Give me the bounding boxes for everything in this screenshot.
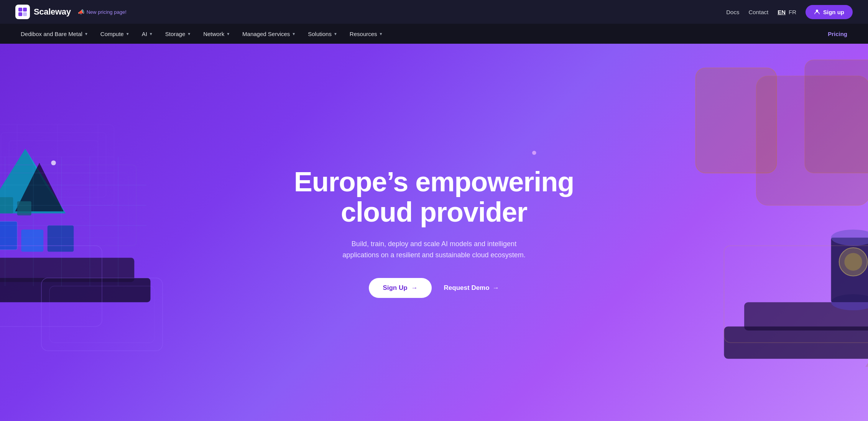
user-icon bbox=[814, 9, 820, 15]
nav-item-storage[interactable]: Storage ▼ bbox=[160, 24, 196, 44]
hero-signup-arrow: → bbox=[411, 284, 418, 292]
hero-signup-button[interactable]: Sign Up → bbox=[369, 278, 431, 298]
svg-rect-21 bbox=[48, 225, 74, 252]
nav-item-pricing[interactable]: Pricing bbox=[822, 24, 853, 44]
chevron-down-icon: ▼ bbox=[226, 32, 230, 36]
hero-subtitle: Build, train, deploy and scale AI models… bbox=[334, 238, 534, 261]
topbar: Scaleway 📣 New pricing page! Docs Contac… bbox=[0, 0, 868, 24]
svg-point-36 bbox=[51, 160, 56, 165]
nav-item-solutions[interactable]: Solutions ▼ bbox=[302, 24, 343, 44]
svg-rect-2 bbox=[18, 12, 22, 16]
chevron-down-icon: ▼ bbox=[149, 32, 153, 36]
svg-point-35 bbox=[844, 253, 862, 271]
topbar-right: Docs Contact EN FR Sign up bbox=[726, 5, 853, 19]
hero-title: Europe’s empowering cloud provider bbox=[288, 167, 580, 227]
chevron-down-icon: ▼ bbox=[379, 32, 383, 36]
chevron-down-icon: ▼ bbox=[84, 32, 88, 36]
topbar-signup-label: Sign up bbox=[823, 9, 844, 15]
topbar-left: Scaleway 📣 New pricing page! bbox=[15, 5, 127, 19]
chevron-down-icon: ▼ bbox=[126, 32, 130, 36]
lang-en-button[interactable]: EN bbox=[778, 9, 786, 15]
logo-text: Scaleway bbox=[34, 7, 71, 17]
docs-link[interactable]: Docs bbox=[726, 9, 739, 15]
lang-fr-button[interactable]: FR bbox=[789, 9, 796, 15]
nav-item-compute[interactable]: Compute ▼ bbox=[95, 24, 135, 44]
svg-point-4 bbox=[816, 10, 818, 12]
new-pricing-badge[interactable]: 📣 New pricing page! bbox=[78, 9, 127, 15]
hero-buttons: Sign Up → Request Demo → bbox=[288, 278, 580, 298]
svg-rect-20 bbox=[21, 230, 43, 252]
hero-demo-button[interactable]: Request Demo → bbox=[444, 284, 499, 292]
logo[interactable]: Scaleway bbox=[15, 5, 71, 19]
megaphone-icon: 📣 bbox=[78, 9, 84, 15]
nav-item-dedibox[interactable]: Dedibox and Bare Metal ▼ bbox=[15, 24, 94, 44]
svg-rect-14 bbox=[0, 258, 134, 282]
hero-content: Europe’s empowering cloud provider Build… bbox=[281, 167, 587, 298]
hero-demo-label: Request Demo bbox=[444, 284, 490, 292]
svg-rect-23 bbox=[17, 201, 31, 215]
svg-rect-1 bbox=[23, 8, 27, 12]
chevron-down-icon: ▼ bbox=[187, 32, 191, 36]
nav-item-resources[interactable]: Resources ▼ bbox=[344, 24, 388, 44]
chevron-down-icon: ▼ bbox=[334, 32, 337, 36]
svg-point-37 bbox=[532, 151, 536, 155]
new-pricing-label: New pricing page! bbox=[87, 9, 127, 15]
nav-item-network[interactable]: Network ▼ bbox=[198, 24, 235, 44]
chevron-down-icon: ▼ bbox=[292, 32, 296, 36]
nav-item-ai[interactable]: AI ▼ bbox=[136, 24, 158, 44]
hero-demo-arrow: → bbox=[493, 284, 499, 292]
svg-rect-28 bbox=[805, 60, 868, 173]
lang-selector: EN FR bbox=[778, 9, 796, 15]
topbar-signup-button[interactable]: Sign up bbox=[806, 5, 853, 19]
logo-icon bbox=[15, 5, 30, 19]
svg-rect-0 bbox=[18, 8, 22, 12]
contact-link[interactable]: Contact bbox=[748, 9, 768, 15]
nav-item-managed-services[interactable]: Managed Services ▼ bbox=[237, 24, 301, 44]
navbar: Dedibox and Bare Metal ▼ Compute ▼ AI ▼ … bbox=[0, 24, 868, 44]
hero-signup-label: Sign Up bbox=[383, 284, 407, 292]
hero-section: Europe’s empowering cloud provider Build… bbox=[0, 44, 868, 421]
svg-rect-3 bbox=[23, 12, 27, 16]
